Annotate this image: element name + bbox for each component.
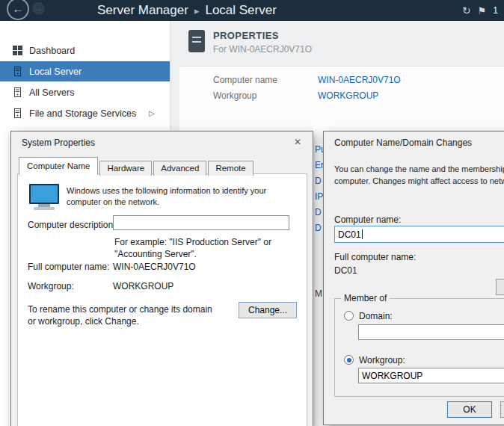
property-value-workgroup[interactable]: WORKGROUP	[318, 90, 378, 101]
back-button[interactable]: ←	[7, 0, 29, 20]
computer-name-label: Computer name:	[334, 214, 401, 225]
workgroup-input[interactable]: WORKGROUP	[358, 368, 504, 383]
more-button-cutoff[interactable]	[496, 279, 504, 295]
description-example-text: For example: "IIS Production Server" or …	[114, 236, 292, 260]
breadcrumb: Server Manager▸Local Server	[97, 0, 277, 21]
computer-name-value: DC01	[338, 229, 361, 240]
domain-radio[interactable]	[344, 311, 354, 321]
ok-button[interactable]: OK	[447, 401, 492, 418]
property-value-computer-name[interactable]: WIN-0AECRJ0V71O	[318, 75, 401, 85]
dashboard-icon	[13, 46, 22, 55]
change-button-label: Change...	[248, 305, 287, 315]
tab-advanced[interactable]: Advanced	[153, 161, 206, 176]
sidebar-item-label: File and Storage Services	[29, 108, 136, 119]
properties-subtitle: For WIN-0AECRJ0V71O	[213, 44, 312, 55]
identify-computer-text: Windows uses the following information t…	[67, 185, 295, 208]
full-computer-name-value: DC01	[334, 265, 357, 276]
refresh-icon[interactable]: ↻	[462, 4, 471, 16]
servers-icon	[13, 87, 22, 97]
workgroup-radio-label: Workgroup:	[359, 355, 405, 365]
storage-icon	[13, 108, 22, 118]
computer-name-tab-page: Windows uses the following information t…	[17, 173, 307, 426]
dialog-intro-line1: You can change the name and the membersh…	[334, 164, 504, 173]
workgroup-input-value: WORKGROUP	[362, 371, 422, 381]
sidebar-item-local-server[interactable]: Local Server	[0, 61, 170, 81]
tab-computer-name[interactable]: Computer Name	[19, 157, 98, 175]
property-value-fragment: M	[315, 288, 323, 299]
chevron-expander-icon[interactable]: ▷	[149, 109, 155, 117]
covered-property-values-sliver: Pu En D IP D D	[315, 142, 323, 262]
properties-title: PROPERTIES	[213, 30, 279, 41]
computer-name-input[interactable]: DC01	[334, 226, 504, 243]
member-of-groupbox: Member of Domain: Workgroup: WORKGROUP	[334, 298, 504, 397]
domain-input[interactable]	[358, 324, 504, 340]
sidebar-item-label: Local Server	[29, 67, 82, 77]
property-label-computer-name: Computer name	[213, 75, 277, 85]
domain-radio-label: Domain:	[359, 311, 393, 321]
notification-count: 1	[493, 5, 498, 16]
notification-flag-icon[interactable]: ⚑	[478, 5, 487, 16]
computer-description-input[interactable]	[113, 215, 289, 230]
property-value-fragment: D	[315, 220, 323, 236]
ok-button-label: OK	[463, 404, 476, 415]
tab-hardware[interactable]: Hardware	[99, 161, 152, 176]
workgroup-value: WORKGROUP	[113, 281, 173, 291]
dialog-title: System Properties	[22, 138, 95, 148]
dialog-title: Computer Name/Domain Changes	[334, 138, 472, 148]
forward-button[interactable]: →	[32, 2, 45, 15]
titlebar-actions: ↻ ⚑ 1	[462, 0, 498, 21]
monitor-icon	[28, 183, 61, 214]
forward-icon: →	[35, 4, 43, 13]
dialog-intro-line2: computer. Changes might affect access to…	[334, 176, 504, 185]
sidebar-item-file-storage-services[interactable]: File and Storage Services ▷	[0, 103, 170, 123]
cancel-button-cutoff[interactable]	[500, 401, 504, 418]
system-properties-dialog: System Properties ✕ Computer Name Hardwa…	[10, 131, 313, 426]
workgroup-radio[interactable]	[344, 355, 354, 365]
workgroup-label: Workgroup:	[28, 281, 74, 291]
close-icon[interactable]: ✕	[289, 135, 307, 149]
property-value-fragment: Pu	[315, 142, 323, 158]
tab-remote[interactable]: Remote	[208, 161, 253, 176]
full-computer-name-value: WIN-0AECRJ0V71O	[113, 262, 196, 272]
member-of-label: Member of	[341, 293, 390, 303]
change-button[interactable]: Change...	[239, 302, 297, 318]
app-title: Server Manager	[97, 3, 188, 17]
rename-hint-text: To rename this computer or change its do…	[28, 303, 222, 327]
property-value-fragment: IP	[315, 189, 323, 205]
page-title: Local Server	[205, 3, 276, 17]
property-value-fragment: En	[315, 158, 323, 173]
property-value-fragment: D	[315, 205, 323, 220]
property-value-fragment: D	[315, 173, 323, 189]
text-caret	[362, 229, 363, 239]
computer-description-label: Computer description:	[28, 220, 115, 230]
sidebar-item-label: Dashboard	[29, 46, 75, 56]
sidebar-item-label: All Servers	[29, 87, 74, 98]
sidebar-item-all-servers[interactable]: All Servers	[0, 82, 170, 102]
server-icon	[13, 67, 22, 76]
title-bar: ← → Server Manager▸Local Server ↻ ⚑ 1	[0, 0, 504, 21]
properties-tile-icon	[188, 30, 205, 52]
sidebar-item-dashboard[interactable]: Dashboard	[0, 40, 170, 61]
breadcrumb-separator-icon: ▸	[188, 5, 206, 16]
back-icon: ←	[13, 2, 24, 15]
computer-name-domain-changes-dialog: Computer Name/Domain Changes You can cha…	[323, 131, 504, 425]
full-computer-name-label: Full computer name:	[334, 252, 416, 262]
property-label-workgroup: Workgroup	[213, 90, 256, 101]
full-computer-name-label: Full computer name:	[28, 262, 109, 272]
tab-strip: Computer Name Hardware Advanced Remote	[19, 156, 255, 174]
